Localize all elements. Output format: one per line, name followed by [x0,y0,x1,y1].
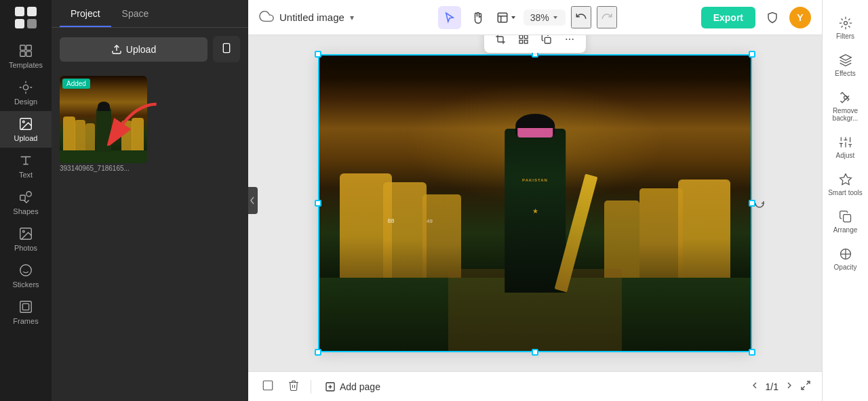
add-page-button[interactable]: Add page [319,379,386,395]
sidebar-item-shapes[interactable]: Shapes [0,184,52,221]
svg-rect-18 [20,301,32,313]
stickers-label: Stickers [12,280,39,289]
canvas-wrapper[interactable]: Page 1 88 49 [248,35,822,371]
svg-rect-24 [498,13,507,22]
svg-rect-0 [15,7,24,16]
sidebar-item-photos[interactable]: Photos [0,221,52,257]
fullscreen-button[interactable] [800,380,811,394]
media-item[interactable]: Added 393140965_7186165... [60,76,147,172]
handle-bottom-right[interactable] [749,349,755,356]
rotate-handle[interactable] [753,197,766,209]
svg-rect-27 [519,40,523,43]
right-item-arrange[interactable]: Arrange [823,205,868,239]
svg-point-30 [566,39,567,40]
templates-label: Templates [9,61,43,69]
zoom-value: 38% [530,12,549,23]
svg-rect-11 [20,195,25,200]
main-canvas-area: Untitled image ▾ [248,0,822,401]
added-badge: Added [62,79,90,89]
svg-point-39 [844,22,847,25]
more-options-button[interactable] [559,35,580,50]
sidebar-item-design[interactable]: Design [0,75,52,111]
next-page-button[interactable] [784,380,795,394]
canvas-frame[interactable]: 88 49 PAKISTAN ★ [318,54,752,352]
right-item-smart-tools[interactable]: Smart tools [823,167,868,202]
design-label: Design [14,98,37,106]
adjust-label: Adjust [836,152,855,159]
sidebar-item-frames[interactable]: Frames [0,294,52,331]
right-item-effects[interactable]: Effects [823,48,868,83]
svg-rect-6 [20,51,25,56]
right-item-remove-bg[interactable]: Remove backgr... [823,85,868,127]
handle-bottom-left[interactable] [315,349,321,356]
svg-point-10 [22,121,24,123]
svg-line-38 [802,386,805,389]
svg-rect-33 [263,381,273,390]
upload-button[interactable]: Upload [60,37,208,62]
cloud-icon [259,9,274,26]
export-button[interactable]: Export [701,7,755,28]
svg-rect-28 [524,40,528,43]
select-tool-button[interactable] [438,6,461,29]
delete-icon[interactable] [285,377,302,397]
remove-bg-label: Remove backgr... [825,107,865,122]
pan-tool-button[interactable] [467,6,490,29]
zoom-control[interactable]: 38% [524,9,566,26]
svg-point-12 [26,192,31,196]
upload-controls: Upload [52,28,248,70]
svg-rect-4 [20,45,25,50]
effects-label: Effects [835,70,855,77]
svg-rect-19 [22,303,28,310]
right-item-filters[interactable]: Filters [823,11,868,45]
handle-middle-left[interactable] [315,200,321,207]
panel-collapse-handle[interactable] [248,187,258,214]
svg-rect-5 [26,45,31,50]
mobile-button[interactable] [213,36,240,62]
handle-bottom-center[interactable] [532,349,538,356]
sidebar-item-upload[interactable]: Upload [0,111,52,148]
right-panel: Filters Effects Remove backgr... Adjust … [822,0,868,401]
upload-label: Upload [14,134,38,142]
user-avatar[interactable]: Y [789,7,811,28]
svg-rect-3 [27,19,37,28]
right-item-adjust[interactable]: Adjust [823,130,868,165]
title-dropdown-icon[interactable]: ▾ [350,13,354,22]
canvas-image[interactable]: 88 49 PAKISTAN ★ [318,54,752,352]
svg-point-15 [20,265,32,276]
document-title: Untitled image [279,12,344,23]
layout-tool-button[interactable] [495,6,518,29]
svg-rect-51 [843,215,850,222]
handle-top-left[interactable] [315,51,321,58]
undo-button[interactable] [571,6,591,28]
frame-icon[interactable] [259,377,277,397]
sidebar-item-templates[interactable]: Templates [0,38,52,75]
toolbar-right: Export Y [701,6,811,29]
opacity-label: Opacity [834,263,857,271]
shield-icon-button[interactable] [761,6,784,29]
filters-label: Filters [836,33,854,40]
svg-rect-29 [545,37,551,43]
duplicate-button[interactable] [536,35,557,50]
crop-button[interactable] [490,35,511,50]
sidebar-item-stickers[interactable]: Stickers [0,257,52,294]
svg-rect-7 [26,51,31,56]
redo-button[interactable] [597,6,617,28]
media-grid-container: Added 393140965_7186165... [52,70,248,401]
panel-tab-bar: Project Space [52,0,248,28]
prev-page-button[interactable] [749,380,760,394]
handle-top-right[interactable] [749,51,755,58]
svg-rect-25 [519,35,523,39]
frames-label: Frames [13,317,38,325]
tab-project[interactable]: Project [60,0,111,27]
svg-point-32 [572,39,574,40]
app-logo[interactable] [14,5,38,30]
grid-button[interactable] [513,35,534,50]
right-item-opacity[interactable]: Opacity [823,242,868,276]
tab-space[interactable]: Space [111,0,160,27]
sidebar-item-text[interactable]: Text [0,148,52,184]
floating-toolbar [484,35,586,53]
upload-label: Upload [126,44,156,55]
media-filename: 393140965_7186165... [60,165,147,172]
cricket-thumbnail[interactable]: Added [60,76,147,163]
bottom-right: 1/1 [749,380,811,394]
